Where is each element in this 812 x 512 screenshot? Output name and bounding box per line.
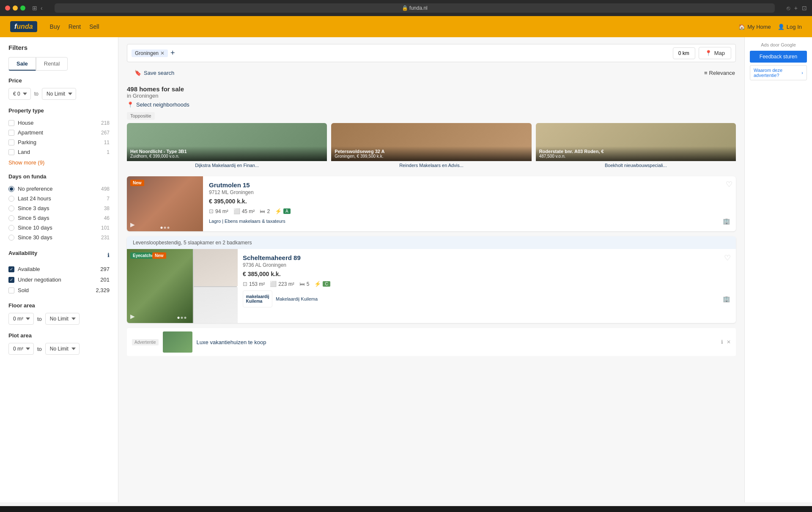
- under-negotiation-label: Under negotiation: [18, 277, 61, 283]
- dot: [164, 227, 166, 229]
- waarom-button[interactable]: Waarom deze advertentie? ›: [750, 65, 807, 80]
- my-home-button[interactable]: 🏠 My Home: [738, 24, 771, 30]
- gallery-side-image-1: [194, 249, 238, 286]
- since-5-days-radio[interactable]: [8, 215, 14, 221]
- price-from-select[interactable]: € 0: [8, 88, 31, 100]
- since-30-days-radio[interactable]: [8, 235, 14, 241]
- since-10-days-radio[interactable]: [8, 225, 14, 231]
- minimize-button[interactable]: [13, 5, 18, 11]
- ad-info-icon[interactable]: ℹ: [721, 339, 723, 345]
- since-3-days-radio[interactable]: [8, 205, 14, 211]
- plot-value: 45 m²: [242, 208, 255, 214]
- house-checkbox[interactable]: [8, 120, 14, 126]
- select-neighborhoods-button[interactable]: 📍 Select neighborhoods: [127, 101, 736, 108]
- tab-sale[interactable]: Sale: [8, 57, 36, 71]
- since-5-days-count: 46: [104, 215, 110, 221]
- featured-card[interactable]: Roderstate bnr. A03 Roden, € 487,500 v.o…: [536, 123, 736, 170]
- featured-card[interactable]: Het Noordlicht - Type 3B1 Zuidhorn, € 39…: [127, 123, 327, 170]
- available-checkbox[interactable]: ✓: [8, 266, 14, 272]
- nav-rent[interactable]: Rent: [69, 23, 81, 30]
- sold-checkbox[interactable]: [8, 287, 14, 293]
- sale-rental-tabs: Sale Rental: [8, 57, 110, 71]
- new-tab-icon[interactable]: +: [794, 5, 798, 11]
- maximize-button[interactable]: [20, 5, 25, 11]
- list-item: Since 10 days 101: [8, 223, 110, 233]
- carousel-dots: [161, 227, 170, 229]
- map-button[interactable]: 📍 Map: [699, 47, 731, 59]
- area-icon: ⊡: [209, 208, 214, 214]
- rooms-spec: 🛏 2: [260, 208, 270, 214]
- listing-card[interactable]: New ▶ Grutmolen 15 9712 ML Groningen € 3…: [127, 176, 736, 231]
- floor-area-to-select[interactable]: No Limit: [45, 313, 80, 325]
- favorite-button[interactable]: ♡: [726, 180, 732, 189]
- location-tag[interactable]: Groningen ✕: [132, 49, 168, 57]
- neighborhood-icon: 📍: [127, 101, 134, 108]
- listing-footer: makelaardijKuilema Makelaardij Kuilema 🏢: [243, 290, 730, 307]
- results-header: 498 homes for sale in Groningen 📍 Select…: [127, 85, 736, 108]
- last-24h-label: Last 24 hours: [18, 195, 51, 202]
- under-negotiation-checkbox[interactable]: ✓: [8, 277, 14, 283]
- since-3-days-count: 38: [104, 205, 110, 211]
- main-nav: Buy Rent Sell: [50, 23, 99, 30]
- listing-title: Scheltemaheerd 89: [243, 254, 730, 261]
- apartment-checkbox[interactable]: [8, 130, 14, 136]
- tabs-icon[interactable]: ⊡: [802, 5, 807, 11]
- user-icon: 👤: [778, 24, 785, 30]
- distance-select[interactable]: 0 km: [673, 47, 695, 59]
- house-count: 218: [101, 120, 110, 126]
- plot-area-to-select[interactable]: No Limit: [45, 343, 80, 355]
- favorite-button[interactable]: ♡: [724, 253, 731, 263]
- ad-close-icon[interactable]: ✕: [727, 339, 731, 345]
- featured-card-title: Roderstate bnr. A03 Roden, €: [539, 149, 732, 154]
- land-checkbox[interactable]: [8, 149, 14, 155]
- header-right: 🏠 My Home 👤 Log In: [738, 24, 802, 30]
- last-24h-radio[interactable]: [8, 196, 14, 202]
- log-in-button[interactable]: 👤 Log In: [778, 24, 802, 30]
- close-button[interactable]: [5, 5, 10, 11]
- agent-logo: makelaardijKuilema: [243, 290, 272, 307]
- sold-count: 2,329: [96, 287, 110, 293]
- parking-label: Parking: [18, 139, 36, 145]
- no-preference-radio[interactable]: [8, 186, 14, 192]
- area-value: 94 m²: [215, 208, 228, 214]
- nav-buy[interactable]: Buy: [50, 23, 60, 30]
- since-3-days-label: Since 3 days: [18, 205, 49, 211]
- browser-navigation: ⊞ ‹: [32, 5, 43, 11]
- feedback-button[interactable]: Feedback sturen: [750, 51, 807, 63]
- share-icon[interactable]: ⎋: [787, 5, 790, 11]
- energy-icon: ⚡: [275, 208, 282, 214]
- funda-logo[interactable]: funda: [10, 21, 37, 32]
- featured-card[interactable]: Peterswoldseweg 32 A Groningen, € 399,50…: [331, 123, 531, 170]
- plot-icon: ⬜: [270, 281, 277, 287]
- location-tag-close[interactable]: ✕: [160, 50, 165, 56]
- nav-sell[interactable]: Sell: [89, 23, 99, 30]
- back-icon[interactable]: ‹: [41, 5, 43, 11]
- show-more-link[interactable]: Show more (9): [8, 159, 44, 166]
- availability-info-icon[interactable]: ℹ: [107, 252, 110, 258]
- address-bar[interactable]: 🔒 funda.nl: [55, 3, 775, 13]
- advertentie-image: [163, 331, 192, 353]
- floor-area-label: Floor area: [8, 302, 110, 309]
- home-icon: 🏠: [738, 24, 745, 30]
- floor-area-from-select[interactable]: 0 m²: [8, 313, 34, 325]
- plot-area-from-select[interactable]: 0 m²: [8, 343, 34, 355]
- under-negotiation-item: ✓ Under negotiation 201: [8, 275, 110, 284]
- eyecatcher-card[interactable]: Levensloopbestendig, 5 slaapkamer en 2 b…: [127, 236, 736, 323]
- area-spec: ⊡ 153 m²: [243, 281, 265, 287]
- apartment-label: Apartment: [18, 129, 43, 136]
- map-icon: 📍: [705, 50, 712, 56]
- price-to-select[interactable]: No Limit: [42, 88, 76, 100]
- area-value: 153 m²: [249, 281, 265, 287]
- listing-specs: ⊡ 153 m² ⬜ 223 m² 🛏 5: [243, 281, 730, 287]
- tab-rental[interactable]: Rental: [36, 57, 68, 71]
- sidebar-toggle-icon[interactable]: ⊞: [32, 5, 37, 11]
- new-badge: New: [130, 180, 144, 186]
- parking-checkbox[interactable]: [8, 140, 14, 145]
- save-search-button[interactable]: 🔖 Save search: [128, 66, 181, 79]
- relevance-button[interactable]: ≡ Relevance: [704, 70, 735, 76]
- advertentie-bar[interactable]: Advertentie Luxe vakantiehuizen te koop …: [127, 328, 736, 356]
- listing-price: € 395,000 k.k.: [209, 198, 730, 205]
- add-location-button[interactable]: +: [170, 49, 175, 57]
- plot-spec: ⬜ 45 m²: [233, 208, 255, 214]
- land-count: 1: [107, 149, 110, 155]
